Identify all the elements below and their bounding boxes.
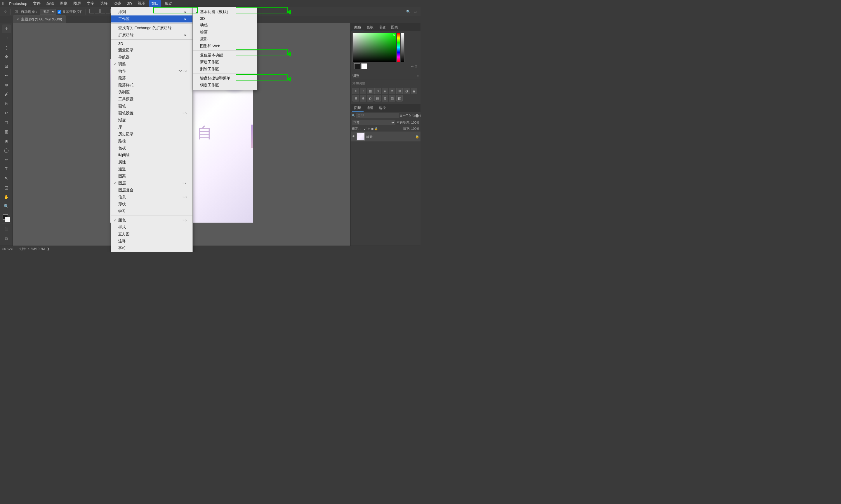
move-tool-icon[interactable]: ⊹ [2,9,8,15]
tab-swatches[interactable]: 色板 [364,24,376,31]
statusbar-arrow[interactable]: ❯ [47,247,50,251]
adjustments-options[interactable]: ≡ [417,74,419,78]
tool-zoom[interactable]: 🔍 [2,202,11,211]
adj-exposure[interactable]: ⊙ [374,88,381,94]
tab-patterns[interactable]: 图案 [389,24,400,31]
menu-select[interactable]: 选择 [98,0,110,7]
sub-photography[interactable]: 摄影 [193,36,257,42]
dd-library[interactable]: 库 [111,124,192,131]
align-icon-1[interactable] [89,9,94,14]
dd-history[interactable]: 历史记录 [111,131,192,138]
tool-move[interactable]: ✛ [2,24,11,33]
sub-3d[interactable]: 3D [193,16,257,22]
dd-tool-preset[interactable]: 工具预设 [111,96,192,103]
foreground-swatch[interactable] [354,63,360,69]
dd-3d[interactable]: 3D [111,40,192,47]
dd-adjust[interactable]: 调整 [111,61,192,68]
lock-all-icon[interactable]: 🔒 [374,127,378,130]
tool-eyedropper[interactable]: ✒ [2,71,11,80]
dd-properties[interactable]: 属性 [111,159,192,166]
dd-workspace[interactable]: 工作区 [111,16,192,22]
screen-mode-icon[interactable]: □ [412,9,418,15]
adj-gradient-map[interactable]: ▥ [389,95,395,102]
sub-graphic-web[interactable]: 图形和 Web [193,42,257,50]
menu-edit[interactable]: 编辑 [44,0,56,7]
tab-layers[interactable]: 图层 [352,105,363,112]
apple-menu[interactable]:  [2,1,4,6]
adj-invert[interactable]: ◐ [367,95,374,102]
layers-search-input[interactable] [356,113,399,118]
dd-path[interactable]: 路径 [111,138,192,145]
dd-color[interactable]: 色板 [111,145,192,152]
adj-phfilter[interactable]: ◉ [411,88,417,94]
filter-effect-icon[interactable]: fx [409,113,411,118]
background-swatch[interactable] [361,63,367,69]
reset-colors-icon[interactable]: ⊡ [415,65,417,68]
dd-learn[interactable]: 学习 [111,208,192,215]
tool-pen[interactable]: ✏ [2,155,11,164]
filter-edit-icon[interactable]: ✏ [403,113,406,118]
menu-type[interactable]: 文字 [84,0,97,7]
lock-artboard-icon[interactable]: ▣ [371,127,374,130]
dd-measurement[interactable]: 测量记录 [111,47,192,54]
layer-visibility-icon[interactable]: 👁 [352,134,355,139]
menu-filter[interactable]: 滤镜 [111,0,123,7]
brightness-slider[interactable] [401,33,405,62]
align-icon-3[interactable] [101,9,105,14]
dd-styles[interactable]: 样式 [111,224,192,231]
dd-gradient[interactable]: 渐变 [111,117,192,124]
dd-paragraph-style[interactable]: 段落样式 [111,82,192,89]
tool-heal[interactable]: ⊕ [2,80,11,89]
auto-select-dropdown[interactable]: 图层 组 [40,9,56,15]
filter-mode-icon[interactable]: ◱ [412,113,415,118]
dd-histogram[interactable]: 直方图 [111,231,192,238]
tool-shape[interactable]: ◱ [2,183,11,192]
adj-channel-mixer[interactable]: ⊟ [353,95,359,102]
tool-history-brush[interactable]: ↩ [2,108,11,117]
sub-painting[interactable]: 绘画 [193,29,257,36]
adj-hsl[interactable]: ≋ [389,88,395,94]
menu-layer[interactable]: 图层 [71,0,83,7]
tab-color[interactable]: 颜色 [352,24,363,31]
menu-window[interactable]: 窗口 [149,0,161,7]
dd-shapes[interactable]: 形状 [111,201,192,208]
adj-colormatch[interactable]: ⊕ [360,95,366,102]
tab-paths[interactable]: 路径 [376,105,388,112]
filter-smart-icon[interactable]: ☯ [419,113,420,118]
adj-vibrance[interactable]: ◈ [382,88,388,94]
transform-checkbox-input[interactable] [57,10,61,14]
tool-quick-select[interactable]: ✤ [2,53,11,61]
dd-info[interactable]: 信息 F8 [111,194,192,201]
adj-posterize[interactable]: ▤ [374,95,381,102]
dd-color-f[interactable]: 颜色 F6 [111,217,192,224]
dd-channels[interactable]: 通道 [111,166,192,173]
lock-transparent-icon[interactable]: ⬚ [360,127,363,130]
auto-select-icon[interactable]: ☑ [13,9,19,15]
menu-view[interactable]: 视图 [136,0,148,7]
align-icon-4[interactable] [106,9,111,14]
dd-extensions[interactable]: 扩展功能 [111,32,192,38]
tab-close-btn[interactable]: ✕ [17,18,19,21]
transform-control-checkbox[interactable]: 显示变换控件 [57,9,83,14]
dd-animation[interactable]: 动作 ⌥F9 [111,68,192,75]
tool-stamp[interactable]: ⎘ [2,99,11,108]
dd-notes[interactable]: 注释 [111,238,192,245]
tool-dodge[interactable]: ◯ [2,146,11,155]
dd-clone-src[interactable]: 仿制源 [111,89,192,96]
search-icon[interactable]: 🔍 [405,9,411,15]
dd-navigator[interactable]: 导航器 [111,54,192,61]
dd-layers[interactable]: 图层 F7 [111,180,192,187]
lock-move-icon[interactable]: ✛ [368,127,370,130]
adj-levels[interactable]: ▦ [367,88,374,94]
adj-threshold[interactable]: ▧ [382,95,388,102]
background-color[interactable] [5,217,10,222]
menu-help[interactable]: 帮助 [162,0,175,7]
hue-slider[interactable] [397,33,400,62]
menu-image[interactable]: 图像 [57,0,70,7]
tool-crop[interactable]: ⊡ [2,62,11,71]
dd-char-style[interactable]: 字符样式 [111,252,192,252]
tool-eraser[interactable]: ◻ [2,118,11,127]
tool-lasso[interactable]: ◌ [2,43,11,52]
menu-3d[interactable]: 3D [125,1,134,6]
dd-patterns[interactable]: 图案 [111,173,192,180]
